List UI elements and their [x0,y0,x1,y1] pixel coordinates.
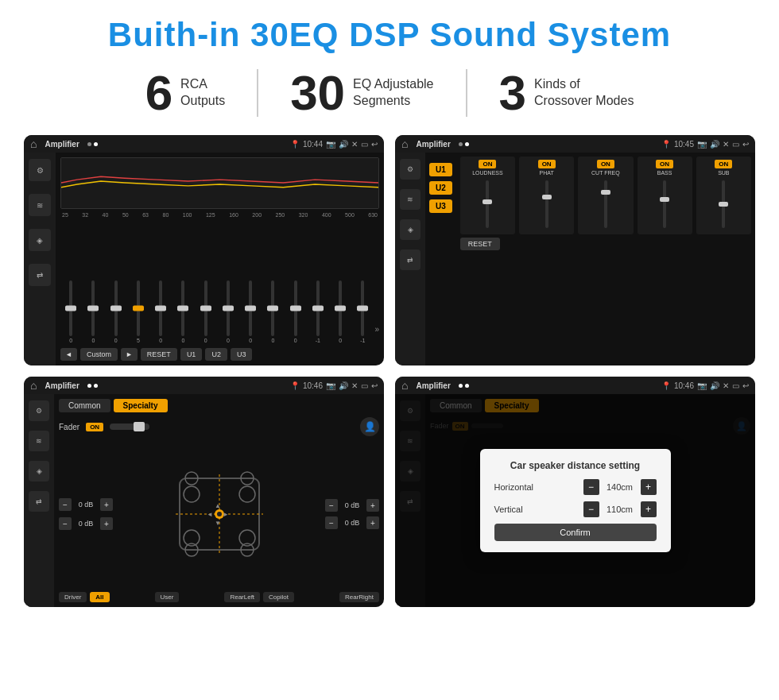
dd2 [465,384,469,388]
svg-point-10 [217,512,222,516]
location-icon: 📍 [290,140,300,149]
amp-reset-btn[interactable]: RESET [460,238,500,250]
amp-location-icon: 📍 [661,140,671,149]
xover-user-btn[interactable]: User [155,592,180,602]
eq-next-btn[interactable]: ► [121,348,138,361]
amp-u1-btn[interactable]: U1 [429,163,452,176]
amp-sb-icon1[interactable]: ⚙ [400,159,421,180]
amp-sb-icon2[interactable]: ≋ [400,189,421,210]
eq-custom-btn[interactable]: Custom [80,348,118,361]
amp-status-bar: ⌂ Amplifier 📍 10:45 📷 🔊 ✕ ▭ ↩ [395,135,755,153]
eq-graph [60,157,379,209]
db-plus-4[interactable]: + [366,516,379,529]
xover-tab-specialty[interactable]: Specialty [114,399,168,412]
xover-rearleft-btn[interactable]: RearLeft [224,592,260,602]
loudness-on-btn[interactable]: ON [479,160,496,168]
back-icon[interactable]: ↩ [371,140,378,149]
dist-vert-minus[interactable]: − [583,501,599,517]
xover-screen: ⌂ Amplifier 📍 10:46 📷 🔊 ✕ ▭ ↩ [24,377,384,607]
person-btn[interactable]: 👤 [360,417,379,436]
eq-sidebar-icon4[interactable]: ⇄ [29,264,51,286]
amp-channels: ON LOUDNESS ON PHAT [460,157,751,234]
eq-slider-3: 5 [128,280,149,343]
fader-thumb[interactable] [134,422,145,431]
xover-time: 10:46 [303,381,323,390]
amp-home-icon[interactable]: ⌂ [401,137,408,150]
eq-u3-btn[interactable]: U3 [231,348,253,361]
db-minus-4[interactable]: − [325,516,338,529]
db-ctrl-3: − 0 dB + [325,499,379,512]
xover-driver-btn[interactable]: Driver [59,592,87,602]
dist-horiz-plus[interactable]: + [641,479,657,495]
battery-icon: ▭ [361,140,368,149]
eq-sidebar-icon2[interactable]: ≋ [29,194,51,216]
amp-sb-icon4[interactable]: ⇄ [400,249,421,270]
xover-rearright-btn[interactable]: Copilot [263,592,294,602]
bass-label: BASS [657,170,672,176]
eq-sidebar-icon1[interactable]: ⚙ [29,159,51,181]
eq-slider-5: 0 [172,280,193,343]
amp-back-icon[interactable]: ↩ [742,140,749,149]
amp-u2-btn[interactable]: U2 [429,181,452,195]
eq-u2-btn[interactable]: U2 [205,348,227,361]
bass-on-btn[interactable]: ON [656,160,673,168]
left-db-controls: − 0 dB + − 0 dB + [59,441,113,587]
xover-all-btn[interactable]: All [90,592,109,602]
xover-home-icon[interactable]: ⌂ [30,379,37,392]
right-db-controls: − 0 dB + − 0 dB + [325,441,379,587]
eq-sidebar: ⚙ ≋ ◈ ⇄ [24,153,56,365]
db-minus-2[interactable]: − [59,517,72,530]
xover-back-icon[interactable]: ↩ [371,381,378,390]
dist-home-icon[interactable]: ⌂ [401,379,408,392]
xover-camera-icon: 📷 [326,381,335,390]
volume-icon: 🔊 [339,140,348,149]
eq-reset-btn[interactable]: RESET [141,348,177,361]
db-plus-2[interactable]: + [100,517,113,530]
amp-ch-bass: ON BASS [638,157,692,234]
xover-bottom-nav: Driver All User RearLeft Copilot RearRig… [59,592,379,602]
amp-u3-btn[interactable]: U3 [429,199,452,213]
amp-time: 10:45 [674,140,694,149]
dist-confirm-btn[interactable]: Confirm [494,524,657,541]
phat-label: PHAT [540,170,554,176]
sub-on-btn[interactable]: ON [715,160,732,168]
amp-ch-loudness: ON LOUDNESS [460,157,515,234]
db-plus-3[interactable]: + [366,499,379,512]
dist-vert-plus[interactable]: + [641,501,657,517]
amp-battery-icon: ▭ [732,140,739,149]
db-minus-1[interactable]: − [59,498,72,511]
dist-horiz-minus[interactable]: − [583,479,599,495]
db-val-1: 0 dB [75,501,97,509]
xover-tab-common[interactable]: Common [59,399,110,412]
amp-sb-icon3[interactable]: ◈ [400,219,421,240]
xover-sb-icon3[interactable]: ◈ [29,461,49,481]
eq-u1-btn[interactable]: U1 [180,348,203,361]
eq-nav-row: ◄ Custom ► RESET U1 U2 U3 [60,348,379,361]
amp-sidebar: ⚙ ≋ ◈ ⇄ [395,153,425,365]
eq-sidebar-icon3[interactable]: ◈ [29,229,51,251]
cutfreq-on-btn[interactable]: ON [597,160,614,168]
xover-signal-icon: ✕ [351,381,358,390]
db-plus-1[interactable]: + [100,498,113,511]
dist-vertical-control: − 110cm + [583,501,657,517]
svg-text:►: ► [223,511,229,518]
amp-ch-cutfreq: ON CUT FREQ [578,157,633,234]
dist-camera-icon: 📷 [697,381,707,390]
eq-slider-8: 0 [240,280,261,343]
xover-tabs: Common Specialty [59,399,379,412]
db-minus-3[interactable]: − [325,499,338,512]
home-icon[interactable]: ⌂ [30,137,37,150]
xover-sb-icon2[interactable]: ≋ [29,431,49,451]
xover-sb-icon1[interactable]: ⚙ [29,400,49,421]
phat-on-btn[interactable]: ON [538,160,556,168]
car-diagram-svg: ▲ ▼ ◄ ► [164,466,275,562]
eq-prev-btn[interactable]: ◄ [60,348,77,361]
fader-on-btn[interactable]: ON [86,423,103,431]
xover-fader-row: Fader ON 👤 [59,417,379,436]
fader-slider[interactable] [110,423,149,430]
xover-copilot-btn[interactable]: RearRight [339,592,379,602]
dist-back-icon[interactable]: ↩ [742,381,749,390]
dot2 [94,142,98,146]
xover-sb-icon4[interactable]: ⇄ [29,491,49,512]
dist-status-icons: 📍 10:46 📷 🔊 ✕ ▭ ↩ [661,381,749,390]
